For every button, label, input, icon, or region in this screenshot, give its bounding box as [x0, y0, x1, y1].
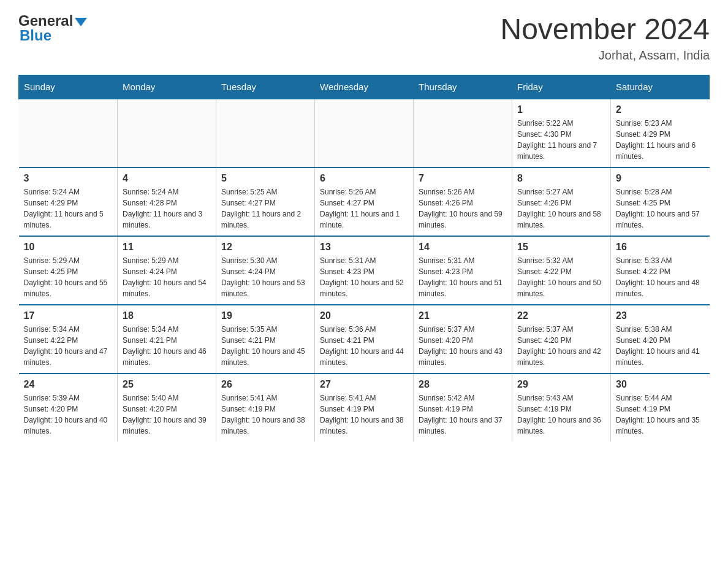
day-header-monday: Monday [118, 75, 216, 99]
calendar-table: SundayMondayTuesdayWednesdayThursdayFrid… [18, 75, 710, 442]
day-number: 4 [123, 173, 211, 184]
day-cell: 6Sunrise: 5:26 AM Sunset: 4:27 PM Daylig… [315, 167, 414, 236]
day-cell: 24Sunrise: 5:39 AM Sunset: 4:20 PM Dayli… [19, 373, 118, 442]
day-header-saturday: Saturday [611, 75, 710, 99]
day-header-tuesday: Tuesday [216, 75, 315, 99]
day-cell: 26Sunrise: 5:41 AM Sunset: 4:19 PM Dayli… [216, 373, 315, 442]
week-row-4: 17Sunrise: 5:34 AM Sunset: 4:22 PM Dayli… [19, 305, 710, 373]
day-number: 18 [123, 310, 211, 321]
calendar-subtitle: Jorhat, Assam, India [500, 48, 710, 63]
day-info: Sunrise: 5:37 AM Sunset: 4:20 PM Dayligh… [517, 324, 605, 368]
day-cell: 27Sunrise: 5:41 AM Sunset: 4:19 PM Dayli… [315, 373, 414, 442]
day-number: 12 [221, 242, 309, 253]
day-cell: 2Sunrise: 5:23 AM Sunset: 4:29 PM Daylig… [611, 99, 710, 167]
day-cell: 30Sunrise: 5:44 AM Sunset: 4:19 PM Dayli… [611, 373, 710, 442]
day-cell: 3Sunrise: 5:24 AM Sunset: 4:29 PM Daylig… [19, 167, 118, 236]
day-info: Sunrise: 5:37 AM Sunset: 4:20 PM Dayligh… [419, 324, 507, 368]
page-header: General Blue November 2024 Jorhat, Assam… [18, 12, 710, 63]
day-info: Sunrise: 5:29 AM Sunset: 4:24 PM Dayligh… [123, 255, 211, 299]
day-info: Sunrise: 5:26 AM Sunset: 4:26 PM Dayligh… [419, 186, 507, 231]
day-info: Sunrise: 5:42 AM Sunset: 4:19 PM Dayligh… [419, 393, 507, 437]
day-cell: 12Sunrise: 5:30 AM Sunset: 4:24 PM Dayli… [216, 236, 315, 305]
title-section: November 2024 Jorhat, Assam, India [500, 12, 710, 63]
day-cell: 13Sunrise: 5:31 AM Sunset: 4:23 PM Dayli… [315, 236, 414, 305]
day-info: Sunrise: 5:29 AM Sunset: 4:25 PM Dayligh… [24, 255, 113, 299]
logo-blue: Blue [20, 27, 51, 44]
day-number: 1 [517, 104, 605, 115]
day-info: Sunrise: 5:40 AM Sunset: 4:20 PM Dayligh… [123, 393, 211, 437]
day-number: 28 [419, 379, 507, 390]
day-cell [216, 99, 315, 167]
week-row-2: 3Sunrise: 5:24 AM Sunset: 4:29 PM Daylig… [19, 167, 710, 236]
day-info: Sunrise: 5:38 AM Sunset: 4:20 PM Dayligh… [616, 324, 705, 368]
day-cell [118, 99, 216, 167]
day-header-thursday: Thursday [414, 75, 512, 99]
day-cell: 25Sunrise: 5:40 AM Sunset: 4:20 PM Dayli… [118, 373, 216, 442]
day-cell: 29Sunrise: 5:43 AM Sunset: 4:19 PM Dayli… [512, 373, 611, 442]
day-cell: 1Sunrise: 5:22 AM Sunset: 4:30 PM Daylig… [512, 99, 611, 167]
day-info: Sunrise: 5:41 AM Sunset: 4:19 PM Dayligh… [320, 393, 408, 437]
day-number: 24 [24, 379, 113, 390]
day-number: 2 [616, 104, 705, 115]
day-info: Sunrise: 5:41 AM Sunset: 4:19 PM Dayligh… [221, 393, 309, 437]
day-cell: 18Sunrise: 5:34 AM Sunset: 4:21 PM Dayli… [118, 305, 216, 373]
day-number: 16 [616, 242, 705, 253]
day-info: Sunrise: 5:24 AM Sunset: 4:29 PM Dayligh… [24, 186, 113, 231]
day-number: 17 [24, 310, 113, 321]
day-number: 26 [221, 379, 309, 390]
day-cell: 17Sunrise: 5:34 AM Sunset: 4:22 PM Dayli… [19, 305, 118, 373]
day-number: 7 [419, 173, 507, 184]
day-cell: 19Sunrise: 5:35 AM Sunset: 4:21 PM Dayli… [216, 305, 315, 373]
week-row-3: 10Sunrise: 5:29 AM Sunset: 4:25 PM Dayli… [19, 236, 710, 305]
week-row-5: 24Sunrise: 5:39 AM Sunset: 4:20 PM Dayli… [19, 373, 710, 442]
day-number: 25 [123, 379, 211, 390]
day-info: Sunrise: 5:26 AM Sunset: 4:27 PM Dayligh… [320, 186, 408, 231]
day-number: 21 [419, 310, 507, 321]
day-cell [19, 99, 118, 167]
day-cell [315, 99, 414, 167]
day-header-friday: Friday [512, 75, 611, 99]
day-info: Sunrise: 5:35 AM Sunset: 4:21 PM Dayligh… [221, 324, 309, 368]
day-number: 11 [123, 242, 211, 253]
day-number: 27 [320, 379, 408, 390]
day-number: 29 [517, 379, 605, 390]
day-cell: 11Sunrise: 5:29 AM Sunset: 4:24 PM Dayli… [118, 236, 216, 305]
logo: General Blue [18, 12, 87, 44]
day-info: Sunrise: 5:36 AM Sunset: 4:21 PM Dayligh… [320, 324, 408, 368]
day-cell: 23Sunrise: 5:38 AM Sunset: 4:20 PM Dayli… [611, 305, 710, 373]
day-info: Sunrise: 5:44 AM Sunset: 4:19 PM Dayligh… [616, 393, 705, 437]
day-info: Sunrise: 5:25 AM Sunset: 4:27 PM Dayligh… [221, 186, 309, 231]
day-info: Sunrise: 5:32 AM Sunset: 4:22 PM Dayligh… [517, 255, 605, 299]
day-number: 15 [517, 242, 605, 253]
week-row-1: 1Sunrise: 5:22 AM Sunset: 4:30 PM Daylig… [19, 99, 710, 167]
day-number: 8 [517, 173, 605, 184]
day-number: 30 [616, 379, 705, 390]
day-number: 20 [320, 310, 408, 321]
day-info: Sunrise: 5:34 AM Sunset: 4:22 PM Dayligh… [24, 324, 113, 368]
day-cell: 9Sunrise: 5:28 AM Sunset: 4:25 PM Daylig… [611, 167, 710, 236]
day-info: Sunrise: 5:22 AM Sunset: 4:30 PM Dayligh… [517, 118, 605, 162]
day-cell: 5Sunrise: 5:25 AM Sunset: 4:27 PM Daylig… [216, 167, 315, 236]
day-cell: 15Sunrise: 5:32 AM Sunset: 4:22 PM Dayli… [512, 236, 611, 305]
day-info: Sunrise: 5:34 AM Sunset: 4:21 PM Dayligh… [123, 324, 211, 368]
day-cell: 28Sunrise: 5:42 AM Sunset: 4:19 PM Dayli… [414, 373, 512, 442]
logo-arrow-icon [75, 18, 87, 26]
day-info: Sunrise: 5:43 AM Sunset: 4:19 PM Dayligh… [517, 393, 605, 437]
day-number: 23 [616, 310, 705, 321]
day-cell: 16Sunrise: 5:33 AM Sunset: 4:22 PM Dayli… [611, 236, 710, 305]
day-info: Sunrise: 5:24 AM Sunset: 4:28 PM Dayligh… [123, 186, 211, 231]
day-info: Sunrise: 5:23 AM Sunset: 4:29 PM Dayligh… [616, 118, 705, 162]
day-number: 19 [221, 310, 309, 321]
day-number: 6 [320, 173, 408, 184]
day-cell: 22Sunrise: 5:37 AM Sunset: 4:20 PM Dayli… [512, 305, 611, 373]
calendar-title: November 2024 [500, 12, 710, 46]
day-number: 22 [517, 310, 605, 321]
day-cell [414, 99, 512, 167]
day-header-wednesday: Wednesday [315, 75, 414, 99]
day-info: Sunrise: 5:33 AM Sunset: 4:22 PM Dayligh… [616, 255, 705, 299]
day-info: Sunrise: 5:30 AM Sunset: 4:24 PM Dayligh… [221, 255, 309, 299]
day-cell: 14Sunrise: 5:31 AM Sunset: 4:23 PM Dayli… [414, 236, 512, 305]
day-cell: 21Sunrise: 5:37 AM Sunset: 4:20 PM Dayli… [414, 305, 512, 373]
day-cell: 10Sunrise: 5:29 AM Sunset: 4:25 PM Dayli… [19, 236, 118, 305]
day-cell: 4Sunrise: 5:24 AM Sunset: 4:28 PM Daylig… [118, 167, 216, 236]
